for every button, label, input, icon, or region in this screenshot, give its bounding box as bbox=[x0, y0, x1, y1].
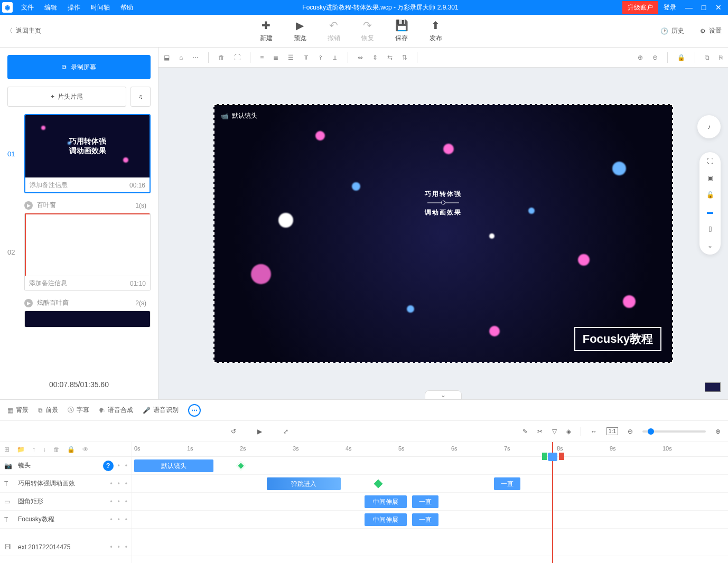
chevron-down-icon[interactable]: ⌄ bbox=[707, 242, 713, 249]
copy-icon[interactable]: ⧉ bbox=[705, 54, 710, 61]
expand-handle[interactable]: ⌄ bbox=[425, 390, 462, 400]
head-tail-button[interactable]: +片头片尾 bbox=[7, 87, 126, 107]
menu-timeline[interactable]: 时间轴 bbox=[86, 3, 115, 12]
home-icon[interactable]: ⌂ bbox=[179, 54, 183, 61]
tab-asr[interactable]: 🎤语音识别 bbox=[143, 406, 179, 415]
tab-foreground[interactable]: ⧉前景 bbox=[38, 406, 58, 415]
play-button[interactable]: ▶ bbox=[257, 428, 262, 435]
flip-h-icon[interactable]: ⇆ bbox=[387, 54, 393, 61]
crop-icon[interactable]: ⛶ bbox=[234, 54, 240, 61]
fit-1-1-icon[interactable]: 1:1 bbox=[606, 427, 618, 435]
distribute-h-icon[interactable]: ⇔ bbox=[358, 54, 363, 61]
scene-item[interactable] bbox=[7, 311, 151, 327]
align-middle-icon[interactable]: ⫯ bbox=[319, 54, 322, 61]
scene-card[interactable]: 巧用转体强 调动画效果 添加备注信息 00:16 bbox=[24, 114, 151, 193]
layer-row[interactable]: T Focusky教程 ••• bbox=[0, 511, 132, 529]
tab-more-button[interactable]: ⋯ bbox=[188, 404, 201, 417]
history-button[interactable]: 🕑历史 bbox=[660, 26, 684, 35]
paste-icon[interactable]: ⎘ bbox=[719, 54, 723, 61]
align-right-icon[interactable]: ☰ bbox=[288, 54, 294, 61]
fit-width-icon[interactable]: ↔ bbox=[591, 428, 597, 435]
align-center-icon[interactable]: ≣ bbox=[273, 54, 278, 61]
more-icon[interactable]: ⋯ bbox=[192, 54, 199, 61]
clip-keep[interactable]: 一直 bbox=[412, 495, 438, 508]
add-layer-icon[interactable]: ⊞ bbox=[4, 446, 10, 453]
distribute-v-icon[interactable]: ⇕ bbox=[372, 54, 378, 61]
zoom-in-icon[interactable]: ⊕ bbox=[638, 54, 643, 61]
slide-brand[interactable]: Focusky教程 bbox=[574, 327, 661, 351]
cut-icon[interactable]: ✂ bbox=[537, 428, 543, 435]
clip-keep[interactable]: 一直 bbox=[412, 513, 438, 526]
lock-icon[interactable]: 🔒 bbox=[67, 446, 75, 453]
layer-row[interactable]: 📷 镜头 ? •• bbox=[0, 457, 132, 475]
music-library-button[interactable]: ♫ bbox=[130, 87, 151, 107]
track-row[interactable]: 中间伸展 一直 bbox=[132, 493, 728, 511]
clip-mid[interactable]: 中间伸展 bbox=[365, 513, 407, 526]
timeline-ruler[interactable]: 0s 1s 2s 3s 4s 5s 6s 7s 8s 9s 10s bbox=[132, 442, 728, 457]
music-float-button[interactable]: ♪ bbox=[697, 115, 721, 138]
scene-card[interactable] bbox=[24, 311, 151, 327]
filter-icon[interactable]: ▽ bbox=[552, 428, 557, 435]
upgrade-button[interactable]: 升级账户 bbox=[622, 1, 658, 14]
clip-keep[interactable]: 一直 bbox=[494, 477, 520, 490]
scene-transition[interactable]: ▶ 炫酷百叶窗 2(s) bbox=[7, 295, 151, 311]
preview-button[interactable]: ▶预览 bbox=[294, 19, 306, 43]
align-bottom-icon[interactable]: ⫫ bbox=[332, 54, 338, 61]
minimize-button[interactable]: — bbox=[682, 3, 696, 12]
layers-icon[interactable]: ▣ bbox=[707, 174, 713, 182]
minimap[interactable] bbox=[705, 382, 721, 392]
track-row[interactable]: 中间伸展 一直 bbox=[132, 511, 728, 529]
align-left-icon[interactable]: ≡ bbox=[260, 54, 264, 61]
marker-icon[interactable]: ◈ bbox=[566, 428, 571, 435]
align-top-icon[interactable]: ⫪ bbox=[303, 54, 310, 61]
timeline-tracks[interactable]: 0s 1s 2s 3s 4s 5s 6s 7s 8s 9s 10s 默认镜头 弹… bbox=[132, 442, 728, 563]
undo-button[interactable]: ↶撤销 bbox=[328, 19, 340, 43]
keyframe-icon[interactable] bbox=[237, 462, 246, 471]
menu-help[interactable]: 帮助 bbox=[115, 3, 138, 12]
slide-title[interactable]: 巧用转体强 调动画效果 bbox=[425, 189, 462, 217]
back-home-button[interactable]: 〈 返回主页 bbox=[6, 26, 41, 35]
scene-item[interactable]: 02 添加备注信息 01:10 bbox=[7, 213, 151, 291]
menu-action[interactable]: 操作 bbox=[62, 3, 86, 12]
tab-subtitle[interactable]: Ⓐ字幕 bbox=[68, 406, 89, 415]
slide[interactable]: 📹 默认镜头 巧用转体强 调动画效果 Focusky教程 bbox=[213, 104, 673, 363]
shape-icon[interactable]: ⬓ bbox=[164, 54, 170, 61]
menu-file[interactable]: 文件 bbox=[16, 3, 39, 12]
eye-icon[interactable]: 👁 bbox=[82, 446, 89, 453]
tab-background[interactable]: ▦背景 bbox=[7, 406, 29, 415]
edit-icon[interactable]: ✎ bbox=[522, 428, 528, 435]
scene-card[interactable]: 添加备注信息 01:10 bbox=[24, 213, 151, 291]
login-button[interactable]: 登录 bbox=[658, 3, 682, 12]
settings-button[interactable]: ⚙设置 bbox=[700, 26, 722, 35]
keyframe-icon[interactable] bbox=[374, 480, 383, 489]
maximize-button[interactable]: □ bbox=[696, 3, 711, 12]
expand-button[interactable]: ⤢ bbox=[283, 428, 288, 435]
zoom-out-button[interactable]: ⊖ bbox=[628, 428, 633, 435]
zoom-slider[interactable] bbox=[642, 430, 706, 433]
close-button[interactable]: ✕ bbox=[711, 3, 726, 12]
zoom-out-icon[interactable]: ⊖ bbox=[652, 54, 658, 61]
scene-note-label[interactable]: 添加备注信息 bbox=[30, 181, 68, 190]
fullscreen-icon[interactable]: ⛶ bbox=[707, 157, 713, 165]
track-row[interactable]: 默认镜头 bbox=[132, 457, 728, 475]
down-icon[interactable]: ↓ bbox=[43, 446, 46, 453]
layer-row[interactable]: T 巧用转体强调动画效 ••• bbox=[0, 475, 132, 493]
new-button[interactable]: ✚新建 bbox=[260, 19, 273, 43]
layer-row[interactable]: ▭ 圆角矩形 ••• bbox=[0, 493, 132, 511]
device-icon[interactable]: ▯ bbox=[708, 225, 712, 232]
publish-button[interactable]: ⬆发布 bbox=[430, 19, 442, 43]
clip-mid[interactable]: 中间伸展 bbox=[365, 495, 407, 508]
up-icon[interactable]: ↑ bbox=[32, 446, 35, 453]
redo-button[interactable]: ↷恢复 bbox=[361, 19, 374, 43]
flip-v-icon[interactable]: ⇅ bbox=[402, 54, 407, 61]
rewind-button[interactable]: ↺ bbox=[231, 428, 236, 435]
playhead[interactable] bbox=[552, 442, 553, 563]
unlock-icon[interactable]: 🔓 bbox=[706, 191, 714, 199]
lock-icon[interactable]: 🔒 bbox=[677, 54, 685, 61]
scene-transition[interactable]: ▶ 百叶窗 1(s) bbox=[7, 198, 151, 213]
save-button[interactable]: 💾保存 bbox=[395, 19, 408, 43]
canvas-main[interactable]: 📹 默认镜头 巧用转体强 调动画效果 Focusky教程 ♪ ⛶ ▣ 🔓 ▬ ▯… bbox=[158, 68, 728, 399]
trash-icon[interactable]: 🗑 bbox=[53, 446, 60, 453]
record-screen-button[interactable]: ⧉ 录制屏幕 bbox=[7, 55, 151, 79]
clip-bounce[interactable]: 弹跳进入 bbox=[267, 477, 341, 490]
